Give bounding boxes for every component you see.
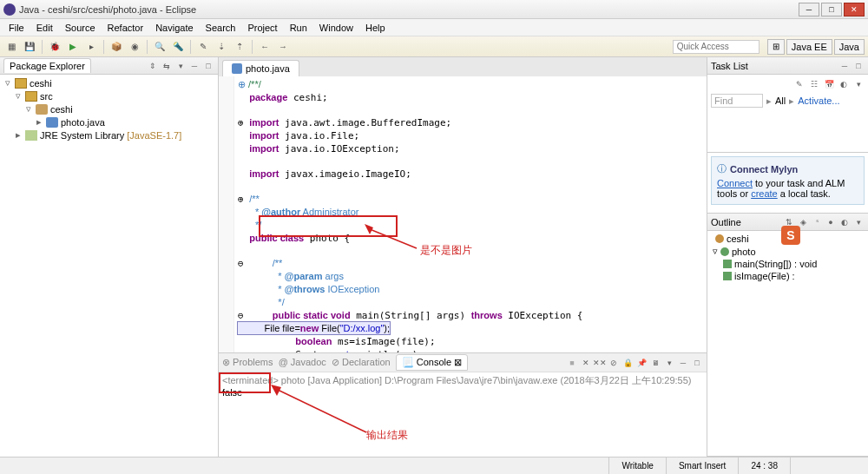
collapse-all-icon[interactable]: ⇕	[147, 60, 159, 72]
outline-class[interactable]: photo	[732, 247, 756, 257]
close-button[interactable]: ✕	[844, 3, 865, 16]
pin-console-icon[interactable]: 📌	[635, 357, 648, 369]
package-explorer-view: Package Explorer ⇕ ⇆ ▾ ─ □ ▿ceshi ▿src ▿…	[0, 57, 219, 457]
tree-package[interactable]: ceshi	[50, 104, 73, 115]
back-button[interactable]: ←	[257, 39, 273, 55]
menu-search[interactable]: Search	[201, 21, 241, 35]
outline-isimage[interactable]: isImage(File) :	[734, 271, 795, 281]
menu-help[interactable]: Help	[360, 21, 391, 35]
scroll-lock-icon[interactable]: 🔒	[621, 357, 634, 369]
console-header-line: <terminated> photo [Java Application] D:…	[222, 374, 703, 387]
editor-gutter	[219, 76, 234, 352]
titlebar: Java - ceshi/src/ceshi/photo.java - Ecli…	[0, 0, 868, 19]
annotation-label-2: 输出结果	[366, 428, 408, 443]
outline-tab[interactable]: Outline	[711, 217, 741, 227]
console-output: false	[222, 387, 703, 398]
open-perspective-button[interactable]: ⊞	[767, 39, 785, 55]
tree-jre[interactable]: JRE System Library [JavaSE-1.7]	[40, 130, 181, 141]
outline-main[interactable]: main(String[]) : void	[734, 259, 817, 269]
mylyn-title: Connect Mylyn	[730, 164, 798, 174]
next-annotation-button[interactable]: ⇣	[214, 39, 229, 55]
tasklist-max-icon[interactable]: □	[852, 60, 865, 72]
minimize-view-icon[interactable]: ─	[188, 60, 201, 72]
focus-icon[interactable]: ◐	[838, 78, 850, 90]
open-type-button[interactable]: 🔍	[152, 39, 168, 55]
mylyn-connect-link[interactable]: Connect	[717, 178, 753, 188]
package-explorer-tab[interactable]: Package Explorer	[3, 58, 91, 73]
save-button[interactable]: 💾	[22, 39, 37, 55]
new-package-button[interactable]: 📦	[108, 39, 124, 55]
hide-static-icon[interactable]: ˢ	[811, 216, 823, 228]
maximize-view-icon[interactable]: □	[202, 60, 214, 72]
menu-navigate[interactable]: Navigate	[150, 21, 198, 35]
mylyn-panel: ⓘConnect Mylyn Connect to your task and …	[711, 156, 865, 205]
menu-window[interactable]: Window	[314, 21, 358, 35]
perspective-javaee[interactable]: Java EE	[786, 39, 832, 55]
outline-pkg[interactable]: ceshi	[727, 234, 749, 244]
min-console-icon[interactable]: ─	[677, 357, 689, 369]
categorize-icon[interactable]: ☷	[808, 78, 820, 90]
editor-tab-label: photo.java	[246, 63, 290, 74]
code-area[interactable]: ⊕ /**/ package ceshi; ⊕ import java.awt.…	[234, 76, 707, 352]
menubar: File Edit Source Refactor Navigate Searc…	[0, 19, 868, 36]
task-find-input[interactable]: Find	[711, 94, 763, 108]
display-icon[interactable]: 🖥	[649, 357, 661, 369]
eclipse-icon	[3, 3, 16, 16]
menu-edit[interactable]: Edit	[31, 21, 58, 35]
menu-file[interactable]: File	[3, 21, 30, 35]
console-tab[interactable]: 📃 Console ⊠	[396, 354, 468, 371]
view-menu-icon[interactable]: ▾	[174, 60, 187, 72]
problems-tab[interactable]: ⊗ Problems @ Javadoc ⊘ Declaration	[222, 357, 391, 368]
menu-refactor[interactable]: Refactor	[102, 21, 149, 35]
tasklist-tab[interactable]: Task List	[711, 61, 748, 71]
hide-nonpublic-icon[interactable]: ●	[825, 216, 837, 228]
tasklist-menu-icon[interactable]: ▾	[852, 78, 865, 90]
status-position: 24 : 38	[738, 458, 790, 474]
minimize-button[interactable]: ─	[799, 3, 819, 16]
new-class-button[interactable]: ◉	[127, 39, 142, 55]
prev-annotation-button[interactable]: ⇡	[232, 39, 247, 55]
tree-project[interactable]: ceshi	[30, 78, 52, 89]
sogou-ime-icon[interactable]: S	[781, 226, 800, 245]
status-insert: Smart Insert	[666, 458, 738, 474]
hide-local-icon[interactable]: ◐	[838, 216, 851, 228]
tasklist-min-icon[interactable]: ─	[838, 60, 851, 72]
debug-button[interactable]: 🐞	[47, 39, 62, 55]
annotation-label-1: 是不是图片	[420, 243, 472, 258]
new-task-icon[interactable]: ✎	[793, 78, 806, 90]
tree-src[interactable]: src	[40, 91, 53, 102]
max-console-icon[interactable]: □	[691, 357, 703, 369]
quick-access-input[interactable]	[673, 40, 760, 54]
console-view: ⊗ Problems @ Javadoc ⊘ Declaration 📃 Con…	[219, 352, 707, 457]
task-activate[interactable]: Activate...	[798, 95, 839, 106]
outline-menu-icon[interactable]: ▾	[852, 216, 865, 228]
console-body[interactable]: <terminated> photo [Java Application] D:…	[219, 372, 707, 457]
statusbar: Writable Smart Insert 24 : 38	[0, 457, 868, 474]
schedule-icon[interactable]: 📅	[823, 78, 835, 90]
menu-run[interactable]: Run	[285, 21, 312, 35]
run-last-button[interactable]: ▸	[83, 39, 99, 55]
code-editor[interactable]: ⊕ /**/ package ceshi; ⊕ import java.awt.…	[219, 76, 707, 352]
editor-tab-photo[interactable]: photo.java	[222, 60, 299, 76]
status-writable: Writable	[608, 458, 666, 474]
new-button[interactable]: ▦	[3, 39, 19, 55]
maximize-button[interactable]: □	[821, 3, 842, 16]
forward-button[interactable]: →	[275, 39, 291, 55]
package-tree[interactable]: ▿ceshi ▿src ▿ceshi ▸photo.java ▸JRE Syst…	[0, 75, 218, 457]
run-button[interactable]: ▶	[65, 39, 81, 55]
task-all[interactable]: All	[775, 95, 786, 106]
perspective-java[interactable]: Java	[834, 39, 865, 55]
mylyn-create-link[interactable]: create	[751, 188, 778, 199]
menu-source[interactable]: Source	[60, 21, 101, 35]
clear-console-icon[interactable]: ⊘	[608, 357, 620, 369]
menu-project[interactable]: Project	[242, 21, 282, 35]
toolbar: ▦ 💾 🐞 ▶ ▸ 📦 ◉ 🔍 🔦 ✎ ⇣ ⇡ ← → ⊞ Java EE Ja…	[0, 36, 868, 57]
remove-all-icon[interactable]: ✕✕	[594, 357, 606, 369]
terminate-icon[interactable]: ■	[566, 357, 578, 369]
link-editor-icon[interactable]: ⇆	[161, 60, 173, 72]
search-button[interactable]: 🔦	[170, 39, 186, 55]
open-console-icon[interactable]: ▾	[663, 357, 675, 369]
tree-file[interactable]: photo.java	[61, 117, 105, 128]
toggle-mark-button[interactable]: ✎	[195, 39, 211, 55]
remove-launch-icon[interactable]: ✕	[580, 357, 592, 369]
